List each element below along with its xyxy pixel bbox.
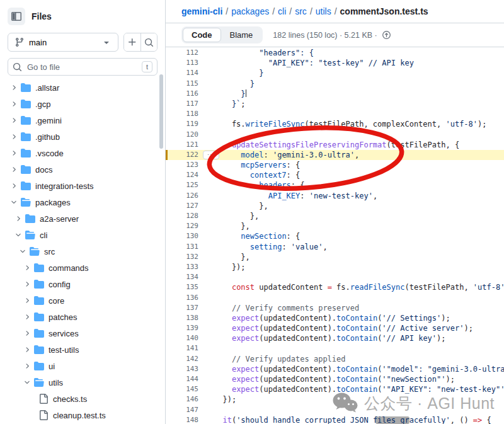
line-number[interactable]: 123 (166, 160, 198, 170)
code-line-146: 146 }); (166, 394, 504, 404)
collapse-sidebar-button[interactable] (8, 8, 25, 25)
folder-icon (34, 345, 44, 355)
line-number[interactable]: 116 (166, 89, 198, 99)
code-line-126: 126 API_KEY: 'new-test-key', (166, 191, 504, 201)
tree-item-test-utils[interactable]: test-utils (8, 341, 158, 358)
tree-item-checks.ts[interactable]: checks.ts (8, 391, 158, 407)
line-number[interactable]: 113 (166, 58, 198, 68)
line-number[interactable]: 120 (166, 130, 198, 140)
line-number[interactable]: 137 (166, 303, 198, 313)
line-number[interactable]: 131 (166, 242, 198, 252)
line-number[interactable]: 134 (166, 272, 198, 282)
tree-item-ui[interactable]: ui (8, 358, 158, 374)
line-number[interactable]: 135 (166, 282, 198, 292)
line-number[interactable]: 115 (166, 79, 198, 89)
line-number[interactable]: 119 (166, 119, 198, 129)
search-icon (144, 38, 154, 47)
tree-item-docs[interactable]: docs (8, 161, 158, 178)
chevron-right-icon (22, 329, 32, 337)
tree-item-.allstar[interactable]: .allstar (8, 79, 158, 96)
sidebar-panel-icon (11, 11, 21, 21)
folder-icon (34, 328, 44, 338)
tree-item-a2a-server[interactable]: a2a-server (8, 210, 158, 227)
chevron-down-icon (101, 37, 112, 47)
line-number[interactable]: 112 (166, 48, 198, 58)
line-number[interactable]: 138 (166, 313, 198, 323)
tree-item-label: packages (35, 198, 71, 207)
go-to-file-box[interactable]: t (8, 58, 158, 76)
line-number[interactable]: 130 (166, 231, 198, 241)
tree-item-integration-tests[interactable]: integration-tests (8, 178, 158, 194)
code-line-text: } (214, 79, 255, 89)
breadcrumb-separator: / (226, 6, 228, 16)
line-number[interactable]: 122 (166, 150, 198, 160)
line-number[interactable]: 129 (166, 221, 198, 231)
code-line-text: }); (214, 262, 246, 272)
code-line-125: 125 headers: { (166, 180, 504, 190)
line-number[interactable]: 146 (166, 394, 198, 404)
line-number[interactable]: 132 (166, 252, 198, 262)
tree-item-cleanup.test.ts[interactable]: cleanup.test.ts (8, 407, 158, 423)
sidebar-scrollbar[interactable] (159, 74, 163, 149)
line-number[interactable]: 114 (166, 68, 198, 78)
tree-item-core[interactable]: core (8, 292, 158, 309)
tree-item-.github[interactable]: .github (8, 129, 158, 145)
line-number[interactable]: 127 (166, 201, 198, 211)
line-number[interactable]: 140 (166, 333, 198, 343)
tree-item-patches[interactable]: patches (8, 309, 158, 325)
line-number[interactable]: 143 (166, 364, 198, 374)
tree-item-src[interactable]: src (8, 243, 158, 260)
tree-item-commands[interactable]: commands (8, 260, 158, 276)
line-number[interactable]: 124 (166, 170, 198, 180)
line-menu-button[interactable]: ··· (203, 151, 219, 159)
line-number[interactable]: 147 (166, 405, 198, 415)
code-line-113: 113 "API_KEY": "test-key" // API key (166, 58, 504, 68)
new-file-button[interactable] (124, 33, 140, 51)
go-to-file-input[interactable] (26, 62, 138, 72)
line-number[interactable]: 136 (166, 293, 198, 303)
tree-item-packages[interactable]: packages (8, 194, 158, 210)
line-number[interactable]: 142 (166, 354, 198, 364)
line-number[interactable]: 133 (166, 262, 198, 272)
code-line-139: 139 expect(updatedContent).toContain('//… (166, 323, 504, 333)
branch-selector[interactable]: main (8, 33, 118, 52)
line-number[interactable]: 128 (166, 211, 198, 221)
tree-item-cli[interactable]: cli (8, 227, 158, 243)
tree-item-.gcp[interactable]: .gcp (8, 96, 158, 112)
code-line-133: 133 }); (166, 262, 504, 272)
breadcrumb-link-packages[interactable]: packages (231, 6, 269, 16)
line-number[interactable]: 118 (166, 109, 198, 119)
tree-item-.vscode[interactable]: .vscode (8, 145, 158, 161)
breadcrumb-current-file: commentJson.test.ts (340, 6, 428, 16)
code-line-124: 124 context7: { (166, 170, 504, 180)
code-line-118: 118 (166, 109, 504, 119)
line-number[interactable]: 148 (166, 415, 198, 424)
breadcrumb-link-gemini-cli[interactable]: gemini-cli (181, 6, 222, 16)
code-line-131: 131 setting: 'value', (166, 242, 504, 252)
line-number[interactable]: 126 (166, 191, 198, 201)
line-number[interactable]: 121 (166, 140, 198, 150)
line-number[interactable]: 139 (166, 323, 198, 333)
code-line-text: newSection: { (214, 231, 300, 241)
tree-item-config[interactable]: config (8, 276, 158, 292)
line-number[interactable]: 141 (166, 343, 198, 353)
folder-icon (34, 263, 44, 273)
tree-item-.gemini[interactable]: .gemini (8, 112, 158, 129)
folder-open-icon (25, 230, 35, 240)
breadcrumb-link-cli[interactable]: cli (278, 6, 286, 16)
search-tree-button[interactable] (140, 33, 157, 51)
file-info-icon[interactable] (382, 30, 391, 40)
line-number[interactable]: 125 (166, 180, 198, 190)
tab-code[interactable]: Code (183, 28, 221, 42)
tree-item-services[interactable]: services (8, 325, 158, 341)
code-line-115: 115 } (166, 79, 504, 89)
line-number[interactable]: 117 (166, 99, 198, 109)
chevron-right-icon (22, 297, 32, 304)
line-number[interactable]: 144 (166, 374, 198, 384)
breadcrumb-link-utils[interactable]: utils (316, 6, 331, 16)
tree-item-label: services (49, 329, 79, 338)
breadcrumb-link-src[interactable]: src (295, 6, 307, 16)
line-number[interactable]: 145 (166, 384, 198, 394)
tab-blame[interactable]: Blame (221, 28, 262, 42)
tree-item-utils[interactable]: utils (8, 374, 158, 391)
